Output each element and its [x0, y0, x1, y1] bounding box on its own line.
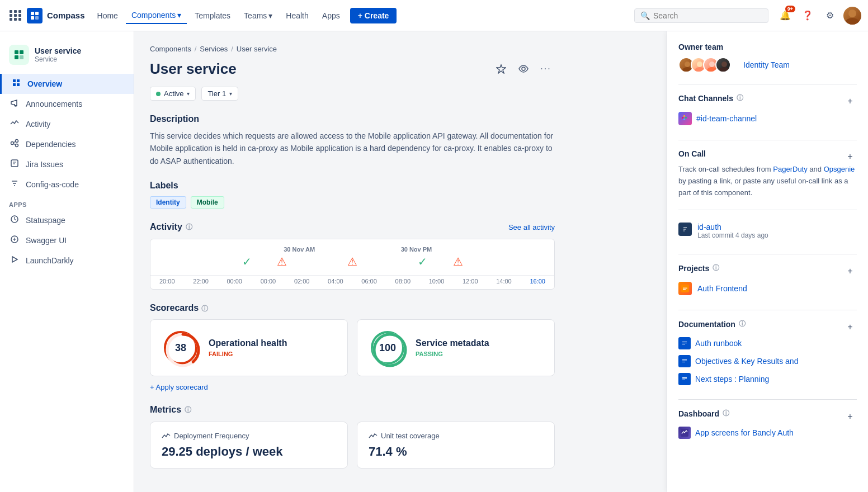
sidebar-item-activity[interactable]: Activity: [0, 114, 134, 134]
logo[interactable]: Compass: [27, 8, 85, 23]
status-badge[interactable]: Active ▾: [150, 87, 196, 101]
breadcrumb-services[interactable]: Services: [200, 45, 228, 53]
chat-channels-title: Chat Channels ⓘ: [678, 93, 743, 103]
label-mobile[interactable]: Mobile: [191, 196, 224, 209]
nav-templates[interactable]: Templates: [189, 8, 236, 23]
add-channel-button[interactable]: +: [843, 94, 857, 108]
add-project-button[interactable]: +: [843, 264, 857, 278]
sidebar-item-label-overview: Overview: [27, 79, 62, 88]
create-button[interactable]: + Create: [350, 8, 397, 23]
score-circle-100: 100: [371, 331, 404, 365]
nav-teams[interactable]: Teams ▾: [238, 8, 278, 23]
star-button[interactable]: [492, 60, 510, 78]
pagerduty-link[interactable]: PagerDuty: [773, 165, 807, 173]
event-slot-6: ⚠: [336, 255, 370, 268]
settings-button[interactable]: ⚙: [821, 7, 839, 25]
label-identity[interactable]: Identity: [150, 196, 186, 209]
user-avatar[interactable]: [843, 7, 861, 25]
jira-icon: [9, 159, 20, 170]
scorecard-info-metadata: Service metadata PASSING: [416, 338, 489, 357]
nav-apps[interactable]: Apps: [317, 8, 346, 23]
dashboard-name[interactable]: App screens for Bancly Auth: [695, 428, 794, 437]
sidebar-item-jira-issues[interactable]: Jira Issues: [0, 154, 134, 174]
repositories-section: id-auth Last commit 4 days ago: [678, 219, 857, 243]
on-call-section: On Call + Track on-call schedules from P…: [678, 149, 857, 198]
time-1400: 14:00: [496, 278, 512, 285]
svg-rect-35: [685, 117, 687, 119]
activity-info-icon: ⓘ: [186, 223, 192, 232]
check-event-2: ✓: [418, 256, 427, 268]
time-1200: 12:00: [463, 278, 478, 285]
projects-section: Projects ⓘ + Auth Frontend: [678, 263, 857, 299]
add-dashboard-button[interactable]: +: [843, 410, 857, 423]
sidebar-item-statuspage[interactable]: Statuspage: [0, 210, 134, 230]
date-label-am: 30 Nov AM: [284, 246, 315, 253]
sidebar-item-launchdarkly[interactable]: LaunchDarkly: [0, 250, 134, 271]
svg-point-5: [846, 18, 859, 25]
help-button[interactable]: ❓: [799, 7, 817, 25]
metric-coverage-title: Unit test coverage: [369, 431, 543, 440]
owner-team-title: Owner team: [678, 42, 857, 51]
doc-name-1[interactable]: Auth runbook: [695, 339, 742, 348]
svg-rect-36: [683, 119, 685, 120]
activity-title: Activity ⓘ: [150, 222, 192, 232]
doc-name-3[interactable]: Next steps : Planning: [695, 375, 769, 384]
svg-rect-2: [31, 16, 34, 20]
svg-rect-34: [683, 115, 685, 117]
labels-row: Identity Mobile: [150, 196, 555, 209]
project-row: Auth Frontend: [678, 278, 857, 299]
doc-name-2[interactable]: Objectives & Key Results and: [695, 357, 798, 366]
svg-point-10: [11, 142, 14, 145]
project-name[interactable]: Auth Frontend: [697, 284, 747, 293]
sidebar-item-label-activity: Activity: [26, 120, 50, 129]
breadcrumb-components[interactable]: Components: [150, 45, 191, 53]
project-icon: [678, 282, 692, 295]
sidebar-item-dependencies[interactable]: Dependencies: [0, 134, 134, 154]
tier-badge[interactable]: Tier 1 ▾: [201, 87, 238, 101]
more-options-button[interactable]: ···: [537, 60, 555, 78]
metric-deployment-frequency[interactable]: Deployment Frequency 29.25 deploys / wee…: [150, 422, 348, 469]
repo-name[interactable]: id-auth: [697, 223, 768, 231]
nav-health[interactable]: Health: [280, 8, 314, 23]
chat-channels-header: Chat Channels ⓘ +: [678, 93, 857, 108]
doc-row-3: Next steps : Planning: [678, 370, 857, 388]
chat-channels-section: Chat Channels ⓘ + #id-team-channel: [678, 93, 857, 129]
apply-scorecard-button[interactable]: + Apply scorecard: [150, 383, 555, 391]
dashboard-info: ⓘ: [723, 409, 729, 418]
search-input[interactable]: [653, 11, 754, 20]
channel-name[interactable]: #id-team-channel: [696, 114, 757, 123]
announcements-icon: [9, 98, 20, 110]
repo-icon: [678, 223, 692, 236]
search-bar[interactable]: 🔍: [634, 8, 768, 23]
sidebar-item-config[interactable]: Config-as-code: [0, 174, 134, 195]
status-row: Active ▾ Tier 1 ▾: [150, 87, 555, 101]
sidebar-item-overview[interactable]: Overview: [0, 74, 134, 94]
scorecard-service-metadata[interactable]: 100 Service metadata PASSING: [357, 319, 555, 376]
nav-home[interactable]: Home: [92, 8, 124, 23]
time-0000b: 00:00: [261, 278, 276, 285]
add-doc-button[interactable]: +: [843, 320, 857, 334]
notifications-button[interactable]: 🔔 9+: [776, 7, 794, 25]
watch-button[interactable]: [515, 60, 532, 78]
overview-icon: [11, 78, 22, 89]
svg-rect-33: [682, 117, 683, 119]
apps-grid-button[interactable]: [7, 7, 25, 25]
team-name[interactable]: Identity Team: [743, 60, 790, 69]
scorecard-operational-health[interactable]: 38 Operational health FAILING: [150, 319, 348, 376]
add-oncall-button[interactable]: +: [843, 150, 857, 163]
opsgenie-link[interactable]: Opsgenie: [824, 165, 855, 173]
metric-unit-test-coverage[interactable]: Unit test coverage 71.4 %: [357, 422, 555, 469]
sidebar-item-label-swagger: Swagger UI: [26, 236, 67, 245]
sidebar-item-swagger[interactable]: Swagger UI: [0, 230, 134, 250]
nav-components[interactable]: Components ▾: [126, 7, 187, 24]
svg-rect-0: [31, 12, 34, 15]
see-all-activity-link[interactable]: See all activity: [508, 223, 555, 231]
svg-rect-15: [11, 160, 18, 167]
warn-event-3: ⚠: [453, 256, 463, 268]
sidebar-item-label-config: Config-as-code: [26, 180, 79, 189]
description-title: Description: [150, 114, 555, 124]
sidebar-item-announcements[interactable]: Announcements: [0, 94, 134, 114]
breadcrumb-user-service[interactable]: User service: [237, 45, 277, 53]
scorecards-title: Scorecards ⓘ: [150, 303, 555, 314]
documentation-header: Documentation ⓘ +: [678, 319, 857, 334]
